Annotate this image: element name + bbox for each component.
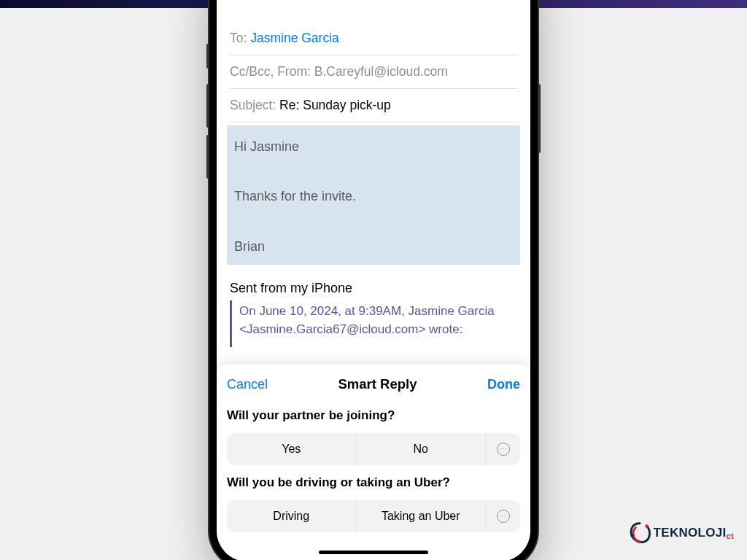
phone-mockup: To: Jasmine Garcia Cc/Bcc, From: B.Carey… — [209, 0, 538, 560]
subject-label: Subject: — [230, 98, 276, 112]
ccbcc-label: Cc/Bcc, From: — [230, 64, 311, 79]
power-button — [538, 84, 541, 153]
to-field[interactable]: To: Jasmine Garcia — [230, 22, 517, 55]
ccbcc-from-field[interactable]: Cc/Bcc, From: B.Careyful@icloud.com — [230, 55, 517, 89]
sheet-header: Cancel Smart Reply Done — [227, 376, 520, 392]
option-yes[interactable]: Yes — [227, 433, 356, 465]
body-signoff: Brian — [234, 239, 265, 254]
done-button[interactable]: Done — [487, 377, 520, 392]
brand-suffix: ct — [727, 532, 734, 540]
option-uber[interactable]: Taking an Uber — [356, 500, 486, 532]
brand-icon — [626, 519, 654, 547]
option-no[interactable]: No — [356, 433, 486, 465]
ellipsis-icon — [497, 510, 510, 523]
question-2-prompt: Will you be driving or taking an Uber? — [227, 475, 520, 490]
body-greeting: Hi Jasmine — [234, 134, 513, 159]
smart-reply-sheet: Cancel Smart Reply Done Will your partne… — [217, 365, 530, 560]
email-compose-area: To: Jasmine Garcia Cc/Bcc, From: B.Carey… — [217, 0, 530, 347]
email-quote-header: On June 10, 2024, at 9:39AM, Jasmine Gar… — [230, 300, 517, 347]
body-thanks: Thanks for the invite. — [234, 184, 513, 209]
brand-text: TEKNOLOJIct — [654, 526, 734, 540]
brand-logo: TEKNOLOJIct — [626, 519, 734, 547]
sheet-title: Smart Reply — [338, 376, 417, 392]
cancel-button[interactable]: Cancel — [227, 377, 268, 392]
ellipsis-icon — [497, 443, 510, 456]
from-value: B.Careyful@icloud.com — [314, 64, 448, 79]
brand-main: TEKNOLOJI — [654, 526, 727, 540]
option-driving[interactable]: Driving — [227, 500, 356, 532]
to-recipient[interactable]: Jasmine Garcia — [250, 31, 339, 45]
phone-screen: To: Jasmine Garcia Cc/Bcc, From: B.Carey… — [217, 0, 530, 560]
home-indicator[interactable] — [319, 551, 428, 554]
question-1-options: Yes No — [227, 433, 520, 465]
email-body-highlighted[interactable]: Hi Jasmine Thanks for the invite. Brian — [227, 125, 520, 265]
subject-value: Re: Sunday pick-up — [279, 98, 391, 112]
svg-point-0 — [645, 524, 649, 528]
more-options-button-2[interactable] — [485, 500, 520, 532]
subject-field[interactable]: Subject: Re: Sunday pick-up — [230, 89, 517, 122]
question-2-options: Driving Taking an Uber — [227, 500, 520, 532]
svg-point-1 — [630, 534, 633, 537]
to-label: To: — [230, 31, 247, 45]
question-1-prompt: Will your partner be joining? — [227, 408, 520, 423]
more-options-button-1[interactable] — [485, 433, 520, 465]
email-signature: Sent from my iPhone — [230, 281, 517, 296]
